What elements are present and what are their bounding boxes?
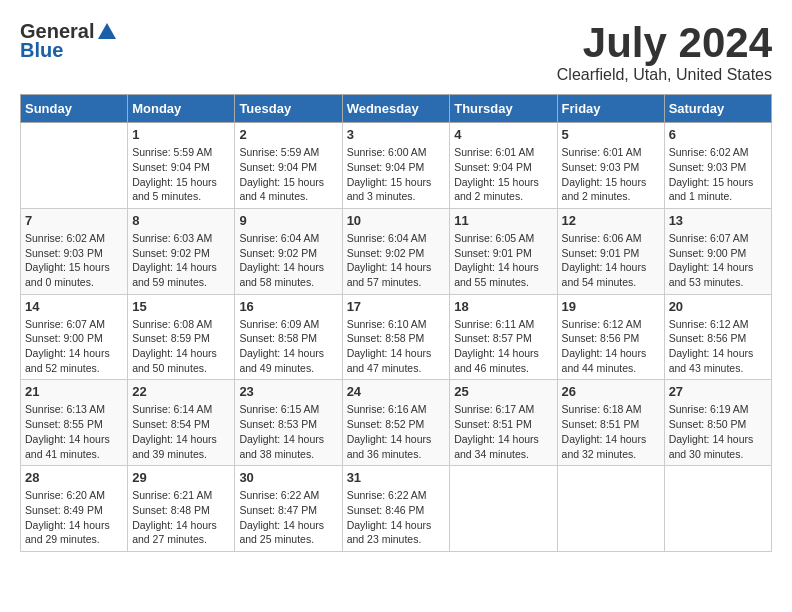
weekday-header-saturday: Saturday bbox=[664, 95, 771, 123]
day-info: Sunrise: 6:03 AM Sunset: 9:02 PM Dayligh… bbox=[132, 231, 230, 290]
weekday-header-monday: Monday bbox=[128, 95, 235, 123]
day-number: 17 bbox=[347, 299, 446, 314]
day-number: 31 bbox=[347, 470, 446, 485]
calendar-cell: 4Sunrise: 6:01 AM Sunset: 9:04 PM Daylig… bbox=[450, 123, 557, 209]
day-info: Sunrise: 6:05 AM Sunset: 9:01 PM Dayligh… bbox=[454, 231, 552, 290]
month-title: July 2024 bbox=[557, 20, 772, 66]
day-number: 26 bbox=[562, 384, 660, 399]
calendar-cell: 14Sunrise: 6:07 AM Sunset: 9:00 PM Dayli… bbox=[21, 294, 128, 380]
weekday-header-sunday: Sunday bbox=[21, 95, 128, 123]
day-number: 28 bbox=[25, 470, 123, 485]
day-info: Sunrise: 6:17 AM Sunset: 8:51 PM Dayligh… bbox=[454, 402, 552, 461]
calendar-cell: 30Sunrise: 6:22 AM Sunset: 8:47 PM Dayli… bbox=[235, 466, 342, 552]
calendar-cell: 29Sunrise: 6:21 AM Sunset: 8:48 PM Dayli… bbox=[128, 466, 235, 552]
calendar-cell: 22Sunrise: 6:14 AM Sunset: 8:54 PM Dayli… bbox=[128, 380, 235, 466]
page-header: General Blue July 2024 Clearfield, Utah,… bbox=[20, 20, 772, 84]
logo-blue: Blue bbox=[20, 39, 63, 62]
day-info: Sunrise: 6:15 AM Sunset: 8:53 PM Dayligh… bbox=[239, 402, 337, 461]
day-number: 10 bbox=[347, 213, 446, 228]
day-info: Sunrise: 6:09 AM Sunset: 8:58 PM Dayligh… bbox=[239, 317, 337, 376]
day-info: Sunrise: 6:08 AM Sunset: 8:59 PM Dayligh… bbox=[132, 317, 230, 376]
day-number: 25 bbox=[454, 384, 552, 399]
day-info: Sunrise: 6:13 AM Sunset: 8:55 PM Dayligh… bbox=[25, 402, 123, 461]
day-number: 5 bbox=[562, 127, 660, 142]
calendar-cell: 16Sunrise: 6:09 AM Sunset: 8:58 PM Dayli… bbox=[235, 294, 342, 380]
calendar-cell: 31Sunrise: 6:22 AM Sunset: 8:46 PM Dayli… bbox=[342, 466, 450, 552]
day-number: 22 bbox=[132, 384, 230, 399]
week-row-2: 7Sunrise: 6:02 AM Sunset: 9:03 PM Daylig… bbox=[21, 208, 772, 294]
calendar-cell: 18Sunrise: 6:11 AM Sunset: 8:57 PM Dayli… bbox=[450, 294, 557, 380]
week-row-3: 14Sunrise: 6:07 AM Sunset: 9:00 PM Dayli… bbox=[21, 294, 772, 380]
calendar-cell: 5Sunrise: 6:01 AM Sunset: 9:03 PM Daylig… bbox=[557, 123, 664, 209]
week-row-4: 21Sunrise: 6:13 AM Sunset: 8:55 PM Dayli… bbox=[21, 380, 772, 466]
day-number: 11 bbox=[454, 213, 552, 228]
calendar-cell: 20Sunrise: 6:12 AM Sunset: 8:56 PM Dayli… bbox=[664, 294, 771, 380]
calendar-cell: 25Sunrise: 6:17 AM Sunset: 8:51 PM Dayli… bbox=[450, 380, 557, 466]
weekday-header-row: SundayMondayTuesdayWednesdayThursdayFrid… bbox=[21, 95, 772, 123]
day-number: 6 bbox=[669, 127, 767, 142]
calendar-cell: 15Sunrise: 6:08 AM Sunset: 8:59 PM Dayli… bbox=[128, 294, 235, 380]
day-number: 20 bbox=[669, 299, 767, 314]
calendar-cell bbox=[557, 466, 664, 552]
calendar-cell: 2Sunrise: 5:59 AM Sunset: 9:04 PM Daylig… bbox=[235, 123, 342, 209]
day-number: 27 bbox=[669, 384, 767, 399]
calendar-cell: 9Sunrise: 6:04 AM Sunset: 9:02 PM Daylig… bbox=[235, 208, 342, 294]
day-info: Sunrise: 6:00 AM Sunset: 9:04 PM Dayligh… bbox=[347, 145, 446, 204]
calendar-cell: 3Sunrise: 6:00 AM Sunset: 9:04 PM Daylig… bbox=[342, 123, 450, 209]
calendar-cell: 19Sunrise: 6:12 AM Sunset: 8:56 PM Dayli… bbox=[557, 294, 664, 380]
location-title: Clearfield, Utah, United States bbox=[557, 66, 772, 84]
weekday-header-friday: Friday bbox=[557, 95, 664, 123]
calendar-table: SundayMondayTuesdayWednesdayThursdayFrid… bbox=[20, 94, 772, 552]
calendar-cell: 8Sunrise: 6:03 AM Sunset: 9:02 PM Daylig… bbox=[128, 208, 235, 294]
day-info: Sunrise: 6:11 AM Sunset: 8:57 PM Dayligh… bbox=[454, 317, 552, 376]
week-row-1: 1Sunrise: 5:59 AM Sunset: 9:04 PM Daylig… bbox=[21, 123, 772, 209]
calendar-cell: 21Sunrise: 6:13 AM Sunset: 8:55 PM Dayli… bbox=[21, 380, 128, 466]
day-number: 19 bbox=[562, 299, 660, 314]
day-number: 14 bbox=[25, 299, 123, 314]
day-info: Sunrise: 5:59 AM Sunset: 9:04 PM Dayligh… bbox=[239, 145, 337, 204]
logo-icon bbox=[96, 21, 118, 43]
day-number: 29 bbox=[132, 470, 230, 485]
day-info: Sunrise: 6:18 AM Sunset: 8:51 PM Dayligh… bbox=[562, 402, 660, 461]
calendar-cell: 17Sunrise: 6:10 AM Sunset: 8:58 PM Dayli… bbox=[342, 294, 450, 380]
day-info: Sunrise: 6:20 AM Sunset: 8:49 PM Dayligh… bbox=[25, 488, 123, 547]
day-number: 1 bbox=[132, 127, 230, 142]
calendar-cell bbox=[21, 123, 128, 209]
calendar-cell: 10Sunrise: 6:04 AM Sunset: 9:02 PM Dayli… bbox=[342, 208, 450, 294]
day-info: Sunrise: 5:59 AM Sunset: 9:04 PM Dayligh… bbox=[132, 145, 230, 204]
day-number: 16 bbox=[239, 299, 337, 314]
day-number: 7 bbox=[25, 213, 123, 228]
day-info: Sunrise: 6:07 AM Sunset: 9:00 PM Dayligh… bbox=[669, 231, 767, 290]
day-info: Sunrise: 6:04 AM Sunset: 9:02 PM Dayligh… bbox=[347, 231, 446, 290]
day-number: 23 bbox=[239, 384, 337, 399]
day-info: Sunrise: 6:12 AM Sunset: 8:56 PM Dayligh… bbox=[562, 317, 660, 376]
day-info: Sunrise: 6:06 AM Sunset: 9:01 PM Dayligh… bbox=[562, 231, 660, 290]
day-info: Sunrise: 6:07 AM Sunset: 9:00 PM Dayligh… bbox=[25, 317, 123, 376]
day-info: Sunrise: 6:01 AM Sunset: 9:03 PM Dayligh… bbox=[562, 145, 660, 204]
day-number: 2 bbox=[239, 127, 337, 142]
day-info: Sunrise: 6:14 AM Sunset: 8:54 PM Dayligh… bbox=[132, 402, 230, 461]
calendar-cell: 1Sunrise: 5:59 AM Sunset: 9:04 PM Daylig… bbox=[128, 123, 235, 209]
calendar-cell: 6Sunrise: 6:02 AM Sunset: 9:03 PM Daylig… bbox=[664, 123, 771, 209]
day-info: Sunrise: 6:01 AM Sunset: 9:04 PM Dayligh… bbox=[454, 145, 552, 204]
day-number: 12 bbox=[562, 213, 660, 228]
title-area: July 2024 Clearfield, Utah, United State… bbox=[557, 20, 772, 84]
day-number: 21 bbox=[25, 384, 123, 399]
day-number: 15 bbox=[132, 299, 230, 314]
day-info: Sunrise: 6:22 AM Sunset: 8:47 PM Dayligh… bbox=[239, 488, 337, 547]
day-number: 30 bbox=[239, 470, 337, 485]
logo: General Blue bbox=[20, 20, 118, 62]
weekday-header-thursday: Thursday bbox=[450, 95, 557, 123]
calendar-cell: 28Sunrise: 6:20 AM Sunset: 8:49 PM Dayli… bbox=[21, 466, 128, 552]
day-info: Sunrise: 6:02 AM Sunset: 9:03 PM Dayligh… bbox=[669, 145, 767, 204]
day-number: 24 bbox=[347, 384, 446, 399]
calendar-cell: 27Sunrise: 6:19 AM Sunset: 8:50 PM Dayli… bbox=[664, 380, 771, 466]
calendar-cell: 12Sunrise: 6:06 AM Sunset: 9:01 PM Dayli… bbox=[557, 208, 664, 294]
svg-marker-0 bbox=[98, 23, 116, 39]
day-number: 4 bbox=[454, 127, 552, 142]
day-info: Sunrise: 6:02 AM Sunset: 9:03 PM Dayligh… bbox=[25, 231, 123, 290]
day-info: Sunrise: 6:16 AM Sunset: 8:52 PM Dayligh… bbox=[347, 402, 446, 461]
calendar-cell bbox=[450, 466, 557, 552]
weekday-header-tuesday: Tuesday bbox=[235, 95, 342, 123]
day-number: 18 bbox=[454, 299, 552, 314]
